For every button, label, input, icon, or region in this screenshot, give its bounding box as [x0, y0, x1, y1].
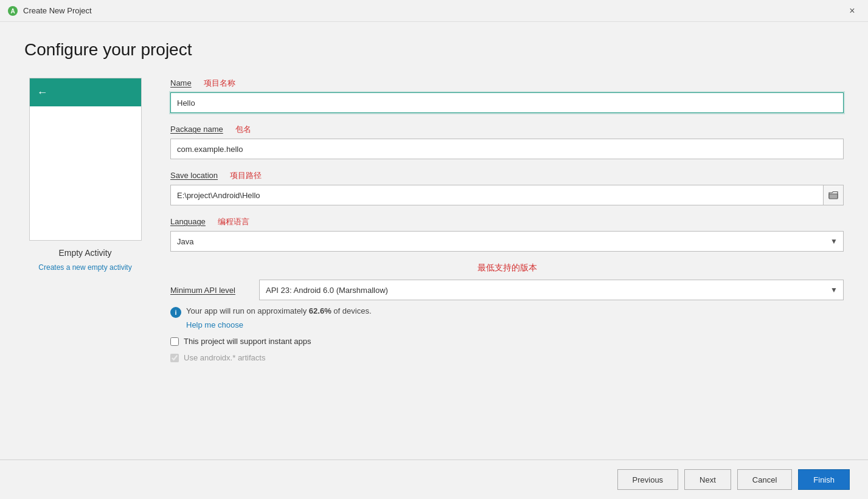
save-annotation: 项目路径 [230, 170, 262, 181]
package-input[interactable] [170, 139, 844, 159]
min-api-select[interactable]: API 16: Android 4.1 (Jelly Bean) API 17:… [259, 280, 844, 300]
package-annotation: 包名 [235, 124, 251, 135]
finish-button[interactable]: Finish [798, 469, 850, 490]
info-icon: i [170, 307, 181, 318]
language-select-wrapper: Java Kotlin ▼ [170, 231, 844, 252]
main-body: ← Empty Activity Creates a new empty act… [24, 78, 844, 459]
close-button[interactable]: × [844, 4, 861, 18]
save-label: Save location [170, 171, 218, 180]
instant-apps-label[interactable]: This project will support instant apps [184, 337, 311, 346]
save-input-group [170, 185, 844, 205]
help-me-choose-link[interactable]: Help me choose [186, 320, 844, 329]
page-title: Configure your project [24, 40, 844, 60]
right-panel: Name 项目名称 Package name 包名 Save [170, 78, 844, 459]
save-location-row: Save location 项目路径 [170, 170, 844, 205]
previous-button[interactable]: Previous [617, 469, 679, 490]
preview-header: ← [30, 78, 141, 106]
info-text: Your app will run on approximately 62.6%… [186, 306, 372, 315]
instant-apps-checkbox[interactable] [170, 337, 179, 346]
preview-body [30, 106, 141, 240]
info-text-after: of devices. [332, 306, 372, 315]
window-title: Create New Project [23, 6, 92, 15]
name-label: Name [170, 78, 192, 88]
package-field-row: Package name 包名 [170, 124, 844, 159]
language-label: Language [170, 217, 206, 226]
info-row: i Your app will run on approximately 62.… [170, 306, 844, 318]
language-annotation: 编程语言 [218, 216, 249, 227]
content-area: Configure your project ← Empty Activity … [0, 22, 868, 459]
info-percent: 62.6% [309, 306, 332, 315]
window: A Create New Project × Configure your pr… [0, 0, 868, 499]
language-field-row: Language 编程语言 Java Kotlin ▼ [170, 216, 844, 252]
language-select[interactable]: Java Kotlin [170, 231, 844, 252]
androidx-row: Use androidx.* artifacts [170, 353, 844, 362]
svg-text:A: A [10, 8, 15, 15]
title-bar-left: A Create New Project [7, 5, 92, 16]
name-label-row: Name 项目名称 [170, 78, 844, 89]
instant-apps-row: This project will support instant apps [170, 337, 844, 346]
name-input[interactable] [170, 92, 844, 113]
info-text-before: Your app will run on approximately [186, 306, 309, 315]
min-api-row: Minimum API level API 16: Android 4.1 (J… [170, 280, 844, 300]
next-button[interactable]: Next [684, 469, 731, 490]
activity-preview: ← [29, 78, 142, 241]
androidx-checkbox [170, 354, 179, 362]
min-api-section-label: 最低支持的版本 [170, 263, 844, 274]
androidx-label: Use androidx.* artifacts [184, 353, 265, 362]
name-field-row: Name 项目名称 [170, 78, 844, 113]
package-label-row: Package name 包名 [170, 124, 844, 135]
back-arrow-icon: ← [37, 86, 48, 99]
cancel-button[interactable]: Cancel [737, 469, 792, 490]
package-label: Package name [170, 125, 223, 134]
left-panel: ← Empty Activity Creates a new empty act… [24, 78, 146, 459]
activity-desc-label: Creates a new empty activity [38, 263, 131, 273]
activity-name-label: Empty Activity [58, 248, 111, 258]
save-label-row: Save location 项目路径 [170, 170, 844, 181]
min-api-select-wrapper: API 16: Android 4.1 (Jelly Bean) API 17:… [259, 280, 844, 300]
title-bar: A Create New Project × [0, 0, 868, 22]
folder-icon [828, 191, 838, 199]
name-annotation: 项目名称 [204, 78, 235, 89]
app-icon: A [7, 5, 18, 16]
language-label-row: Language 编程语言 [170, 216, 844, 227]
footer: Previous Next Cancel Finish [0, 459, 868, 499]
save-location-input[interactable] [170, 185, 823, 205]
browse-button[interactable] [823, 185, 844, 205]
min-api-label: Minimum API level [170, 286, 249, 295]
